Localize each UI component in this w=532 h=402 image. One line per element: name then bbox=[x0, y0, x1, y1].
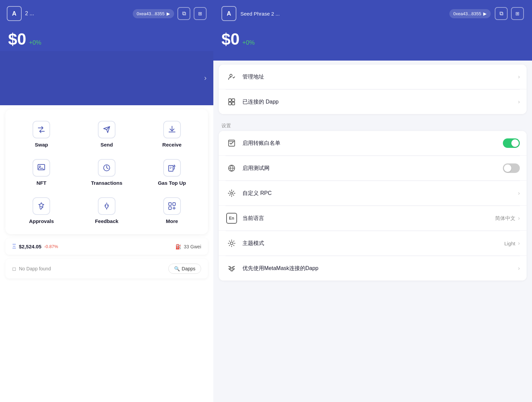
copy-button[interactable]: ⧉ bbox=[177, 7, 190, 20]
svg-rect-11 bbox=[232, 99, 235, 102]
address-text: 0xea43...8355 bbox=[137, 11, 165, 16]
right-expand-button[interactable]: ⊞ bbox=[511, 7, 524, 20]
svg-point-4 bbox=[105, 205, 106, 206]
whitelist-toggle-knob bbox=[511, 139, 519, 147]
action-more[interactable]: More bbox=[139, 193, 205, 231]
feedback-label: Feedback bbox=[95, 218, 118, 224]
right-address-badge[interactable]: 0xea43...8355 ▶ bbox=[449, 9, 491, 18]
right-copy-button[interactable]: ⧉ bbox=[495, 7, 508, 20]
nft-label: NFT bbox=[37, 180, 46, 186]
actions-grid: Swap Send Receive bbox=[9, 116, 205, 231]
language-icon: En bbox=[226, 212, 238, 224]
right-panel: A Seed Phrase 2 ... 0xea43...8355 ▶ ⧉ ⊞ … bbox=[213, 0, 532, 402]
bottom-info-bar: Ξ $2,524.05 -0.87% ⛽ 33 Gwei bbox=[5, 238, 208, 255]
header-icons: ⧉ ⊞ bbox=[177, 7, 207, 20]
expand-button[interactable]: ⊞ bbox=[194, 7, 207, 20]
transactions-icon-box bbox=[98, 159, 115, 177]
eth-price-section: Ξ $2,524.05 -0.87% bbox=[12, 243, 58, 250]
no-dapp-text: ◻ No Dapp found bbox=[12, 266, 51, 271]
metamask-icon bbox=[226, 262, 238, 274]
eth-icon: Ξ bbox=[12, 243, 16, 250]
connected-dapps-chevron: › bbox=[518, 99, 520, 105]
setting-custom-rpc[interactable]: 自定义 RPC › bbox=[219, 181, 527, 206]
send-icon-box bbox=[98, 121, 115, 138]
action-feedback[interactable]: Feedback bbox=[74, 193, 140, 231]
action-approvals[interactable]: Approvals bbox=[9, 193, 74, 231]
manage-address-label: 管理地址 bbox=[242, 73, 518, 81]
svg-point-16 bbox=[231, 192, 233, 194]
language-label: 当前语言 bbox=[242, 215, 495, 222]
approvals-icon-box bbox=[33, 197, 50, 215]
menu-connected-dapps[interactable]: 已连接的 Dapp › bbox=[219, 90, 527, 114]
left-balance-section: $0 +0% bbox=[0, 26, 213, 51]
connected-dapps-icon bbox=[226, 96, 238, 108]
gas-value: 33 Gwei bbox=[184, 244, 201, 249]
svg-rect-7 bbox=[173, 203, 175, 205]
settings-section-label: 设置 bbox=[213, 118, 532, 131]
setting-testnet[interactable]: 启用测试网 bbox=[219, 156, 527, 181]
no-dapp-label: No Dapp found bbox=[19, 266, 51, 271]
more-label: More bbox=[166, 218, 178, 224]
right-copy-icon: ⧉ bbox=[499, 10, 503, 17]
setting-metamask-dapp[interactable]: 优先使用MetaMask连接的Dapp › bbox=[219, 256, 527, 281]
whitelist-icon bbox=[226, 137, 238, 149]
right-balance-change: +0% bbox=[242, 39, 255, 46]
left-panel: A 2 ... 0xea43...8355 ▶ ⧉ ⊞ $0 +0% › bbox=[0, 0, 213, 402]
right-balance-amount: $0 bbox=[221, 30, 239, 48]
connected-dapps-label: 已连接的 Dapp bbox=[242, 98, 518, 106]
right-balance-section: $0 +0% bbox=[213, 26, 532, 61]
svg-rect-8 bbox=[169, 207, 171, 209]
svg-rect-6 bbox=[169, 203, 171, 205]
right-expand-icon: ⊞ bbox=[515, 11, 519, 16]
gas-top-up-label: Gas Top Up bbox=[158, 180, 186, 186]
custom-rpc-label: 自定义 RPC bbox=[242, 190, 518, 197]
svg-rect-10 bbox=[229, 99, 231, 102]
action-send[interactable]: Send bbox=[74, 116, 140, 154]
language-value: 简体中文 bbox=[495, 215, 515, 222]
svg-point-17 bbox=[230, 242, 233, 245]
left-balance-amount: $0 bbox=[8, 30, 26, 48]
right-header: A Seed Phrase 2 ... 0xea43...8355 ▶ ⧉ ⊞ bbox=[213, 0, 532, 26]
custom-rpc-chevron: › bbox=[518, 190, 520, 196]
right-account-icon: A bbox=[221, 6, 236, 21]
nft-icon-box bbox=[33, 159, 50, 177]
gas-pump-icon: ⛽ bbox=[175, 244, 181, 249]
setting-theme[interactable]: 主题模式 Light › bbox=[219, 231, 527, 256]
left-header: A 2 ... 0xea43...8355 ▶ ⧉ ⊞ bbox=[0, 0, 213, 26]
action-gas-top-up[interactable]: Gas Top Up bbox=[139, 154, 205, 193]
setting-language[interactable]: En 当前语言 简体中文 › bbox=[219, 206, 527, 231]
action-nft[interactable]: NFT bbox=[9, 154, 74, 193]
metamask-dapp-chevron: › bbox=[518, 265, 520, 271]
whitelist-toggle[interactable] bbox=[503, 138, 520, 148]
account-name: 2 ... bbox=[25, 10, 129, 17]
dapp-bar: ◻ No Dapp found 🔍 Dapps bbox=[5, 259, 208, 278]
testnet-label: 启用测试网 bbox=[242, 165, 503, 172]
dapps-button[interactable]: 🔍 Dapps bbox=[168, 264, 201, 274]
whitelist-label: 启用转账白名单 bbox=[242, 140, 503, 147]
menu-manage-address[interactable]: 管理地址 › bbox=[219, 65, 527, 89]
action-transactions[interactable]: Transactions bbox=[74, 154, 140, 193]
theme-icon bbox=[226, 237, 238, 249]
more-icon-box bbox=[163, 197, 181, 215]
carousel-arrow-icon[interactable]: › bbox=[204, 74, 207, 83]
svg-point-1 bbox=[39, 166, 41, 167]
testnet-toggle-knob bbox=[504, 164, 511, 172]
receive-label: Receive bbox=[162, 142, 182, 148]
carousel-area: › bbox=[0, 51, 213, 105]
swap-icon-box bbox=[33, 121, 50, 138]
address-badge[interactable]: 0xea43...8355 ▶ bbox=[133, 9, 174, 18]
right-arrow-icon: ▶ bbox=[483, 11, 487, 16]
testnet-toggle[interactable] bbox=[503, 163, 520, 173]
send-label: Send bbox=[101, 142, 113, 148]
receive-icon-box bbox=[163, 121, 181, 138]
custom-rpc-icon bbox=[226, 187, 238, 199]
svg-rect-0 bbox=[38, 164, 45, 170]
setting-whitelist[interactable]: 启用转账白名单 bbox=[219, 131, 527, 156]
svg-rect-12 bbox=[229, 102, 231, 105]
action-receive[interactable]: Receive bbox=[139, 116, 205, 154]
action-swap[interactable]: Swap bbox=[9, 116, 74, 154]
approvals-label: Approvals bbox=[29, 218, 54, 224]
dapp-icon: ◻ bbox=[12, 266, 16, 271]
feedback-icon-box bbox=[98, 197, 115, 215]
settings-section: 启用转账白名单 启用测试网 bbox=[219, 131, 527, 281]
